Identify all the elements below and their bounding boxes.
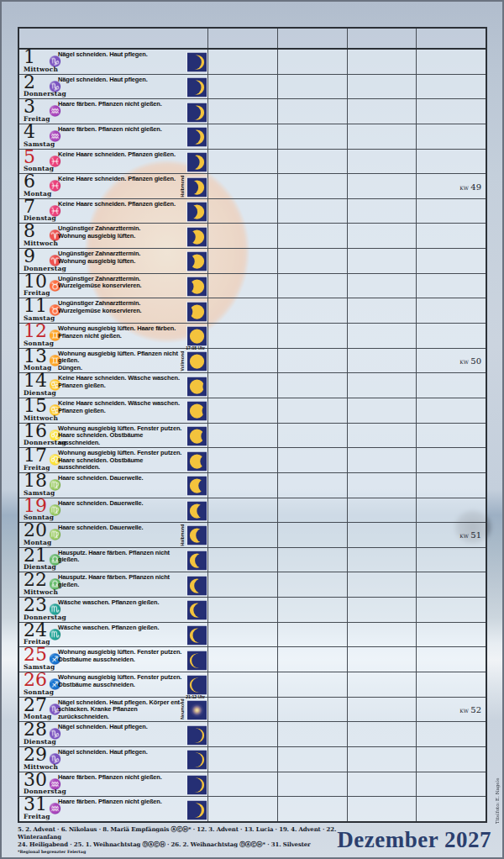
moon-phase-icon [186,725,207,746]
note-cell [278,647,348,672]
note-cell [278,174,348,198]
note-cell [348,373,417,398]
day-row: 17 ♌ Freitag Wohnung ausgiebig lüften. F… [19,447,486,472]
note-cell [348,772,417,797]
week-number-prefix: KW [459,533,469,539]
note-cell [278,298,348,323]
day-row: 15 ♋ Mittwoch Keine Haare schneiden. Wäs… [19,398,486,423]
note-cell [278,99,348,124]
photo-credit: Titelfoto: E. Nagele [495,752,500,824]
note-cell [348,249,417,273]
moon-phase-icon [186,202,207,223]
week-number-value: 51 [470,530,481,540]
moon-phase-icon [186,600,207,621]
day-row: 3 ♒ Freitag Haare färben. Pflanzen nicht… [19,98,486,124]
advice-text: Keine Haare schneiden. Pflanzen gießen. [58,151,186,159]
moon-phase-icon [186,151,207,172]
day-number: 18 [24,471,47,491]
note-cell [208,548,278,572]
advice-text: Wäsche waschen. Pflanzen gießen. [58,624,186,632]
moon-phase-icon [186,575,207,596]
week-number: KW 51 [459,530,481,540]
day-row: 5 ♓ Sonntag Keine Haare schneiden. Pflan… [19,149,486,174]
header-row [19,29,486,50]
advice-text: Nägel schneiden. Haut pflegen. Körper en… [58,699,186,721]
day-cell: 31 ♒ Freitag Haare färben. Pflanzen nich… [19,797,208,821]
day-cell: 19 ♍ Sonntag Haare schneiden. Dauerwelle… [19,498,208,523]
note-cell: KW [417,99,486,124]
note-cell: KW [417,623,486,647]
day-row: 2 ♑ Donnerstag Nägel schneiden. Haut pfl… [19,74,486,99]
note-cell: KW [417,672,486,697]
note-cell [208,150,278,174]
moon-wrap [186,625,206,645]
day-row: 6 ♓ Montag Keine Haare schneiden. Pflanz… [19,173,486,198]
day-number: 21 [24,545,47,566]
note-cell [278,50,348,74]
note-cell [208,672,278,697]
moon-wrap [186,650,206,669]
advice-text: Wäsche waschen. Pflanzen gießen. [58,599,186,607]
week-number-value: 52 [470,704,481,714]
note-cell: KW 49 [417,174,486,198]
advice-text: Keine Haare schneiden. Wäsche waschen. P… [58,375,186,389]
day-cell: 27 ♑ Montag Nägel schneiden. Haut pflege… [19,698,208,722]
note-cell [348,647,417,672]
day-cell: 24 ♏ Freitag Wäsche waschen. Pflanzen gi… [19,623,208,647]
advice-text: Wohnung ausgiebig lüften. Fenster putzen… [58,649,186,663]
note-cell [278,249,348,273]
note-cell [208,124,278,149]
note-cell: KW [417,448,486,472]
day-number: 30 [24,770,47,790]
day-row: 31 ♒ Freitag Haare färben. Pflanzen nich… [19,796,486,821]
week-number-value: 50 [470,356,481,366]
note-cell [348,298,417,323]
moon-phase-label: Vollmond [180,350,185,371]
day-cell: 18 ♍ Samstag Haare schneiden. Dauerwelle… [19,473,208,498]
note-cell: KW [417,298,486,323]
moon-wrap [186,476,206,495]
day-number: 3 [24,97,35,117]
advice-text: Hausputz. Haare färben. Pflanzen nicht g… [58,550,186,564]
day-cell: 10 ♉ Freitag Ungünstiger Zahnarzttermin.… [19,274,208,298]
note-cell [348,572,417,597]
moon-wrap [186,750,206,769]
day-cell: 15 ♋ Mittwoch Keine Haare schneiden. Wäs… [19,398,208,423]
moon-wrap: Halbmond [186,177,206,196]
note-cell [348,448,417,472]
day-number: 10 [24,271,47,292]
note-cell [208,199,278,224]
note-cell [348,672,417,697]
note-cell [208,598,278,622]
moon-wrap [186,226,206,245]
note-cell [348,424,417,448]
day-cell: 12 ♊ Sonntag Wohnung ausgiebig lüften. H… [19,324,208,348]
moon-wrap [186,551,206,570]
advice-text: Haare färben. Pflanzen nicht gießen. [58,126,186,134]
day-number: 23 [24,595,47,615]
note-cell [348,498,417,523]
moon-phase-label: Halbmond [180,524,185,545]
day-number: 6 [24,171,35,192]
note-cell [278,424,348,448]
advice-text: Wohnung ausgiebig lüften. Fenster putzen… [58,674,186,688]
moon-wrap [186,575,206,594]
moon-wrap [186,52,206,71]
note-cell [208,797,278,821]
moon-phase-icon [186,425,207,446]
note-cell [278,75,348,99]
moon-wrap: 21:12 Uhr Neumond [186,699,206,719]
holidays-line-2: 24. Heiligabend · 25. 1. Weihnachtstag Ⓓ… [18,841,354,849]
day-number: 17 [24,445,47,466]
day-cell: 25 ♐ Samstag Wohnung ausgiebig lüften. F… [19,647,208,672]
day-number: 19 [24,496,47,516]
calendar-grid: 1 ♑ Mittwoch Nägel schneiden. Haut pfleg… [18,27,487,823]
moon-wrap [186,76,206,96]
note-cell: KW [417,398,486,423]
day-cell: 9 ♈ Donnerstag Ungünstiger Zahnarzttermi… [19,249,208,273]
day-number: 9 [24,246,35,266]
moon-time: 17:08 Uhr [186,345,205,350]
moon-wrap [186,151,206,171]
week-number-prefix: KW [459,184,469,190]
moon-phase-icon [186,102,207,123]
